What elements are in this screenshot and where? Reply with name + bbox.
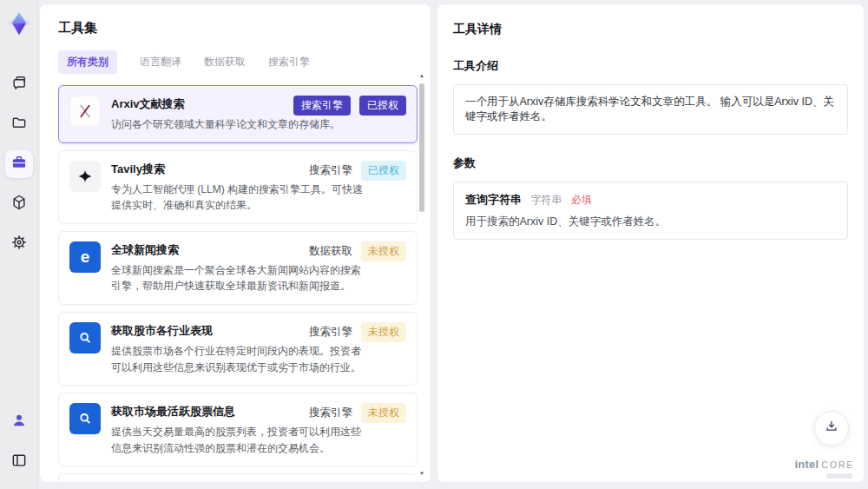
- active-item-highlight: [5, 150, 33, 178]
- category-tabs: 所有类别 语言翻译 数据获取 搜索引擎: [58, 50, 431, 74]
- tool-name: 获取市场最活跃股票信息: [111, 403, 235, 420]
- category-badge: 搜索引擎: [309, 163, 352, 178]
- category-badge: 数据获取: [309, 244, 352, 259]
- tool-list: Arxiv文献搜索 搜索引擎 已授权 访问各个研究领域大量科学论文和文章的存储库…: [58, 85, 418, 483]
- tool-card-tavily[interactable]: Tavily搜索 搜索引擎 已授权 专为人工智能代理 (LLM) 构建的搜索引擎…: [58, 150, 418, 224]
- sidebar-item-settings[interactable]: [0, 224, 38, 264]
- tool-name: 获取股市各行业表现: [111, 322, 213, 339]
- scroll-up-icon[interactable]: [418, 72, 425, 79]
- tool-card-stock-sectors[interactable]: 获取股市各行业表现 搜索引擎 未授权 提供股票市场各个行业在特定时间段内的表现。…: [58, 312, 418, 386]
- tool-description: 提供股票市场各个行业在特定时间段内的表现。投资者可以利用这些信息来识别表现优于或…: [111, 343, 365, 375]
- param-box: 查询字符串 字符串 必填 用于搜索的Arxiv ID、关键字或作者姓名。: [453, 182, 848, 240]
- sparkle-star-icon: [69, 161, 101, 192]
- magnifier-icon: [69, 322, 101, 354]
- gear-icon: [10, 234, 28, 254]
- panel-layout-icon: [10, 452, 28, 472]
- tool-description: 提供当天交易量最高的股票列表，投资者可以利用这些信息来识别流动性强的股票和潜在的…: [111, 424, 365, 456]
- chat-icon: [10, 74, 28, 95]
- category-badge: 搜索引擎: [293, 96, 351, 116]
- param-name: 查询字符串: [465, 193, 522, 206]
- cube-icon: [10, 194, 28, 215]
- tool-card-arxiv[interactable]: Arxiv文献搜索 搜索引擎 已授权 访问各个研究领域大量科学论文和文章的存储库…: [58, 85, 418, 143]
- tab-all-categories[interactable]: 所有类别: [58, 50, 117, 74]
- sidebar-item-collapse[interactable]: [0, 442, 38, 482]
- params-heading: 参数: [453, 155, 848, 171]
- tab-search-engine[interactable]: 搜索引擎: [268, 55, 310, 69]
- tool-card-active-stocks[interactable]: 获取市场最活跃股票信息 搜索引擎 未授权 提供当天交易量最高的股票列表，投资者可…: [58, 393, 418, 466]
- intro-text: 一个用于从Arxiv存储库搜索科学论文和文章的工具。 输入可以是Arxiv ID…: [465, 96, 834, 122]
- auth-badge: 已授权: [361, 161, 406, 181]
- tool-description: 全球新闻搜索是一个聚合全球各大新闻网站内容的搜索引擎，帮助用户快速获取全球最新资…: [111, 262, 365, 294]
- tool-description: 专为人工智能代理 (LLM) 构建的搜索引擎工具。可快速提供实时、准确和真实的结…: [111, 182, 365, 214]
- sidebar-item-chat[interactable]: [0, 64, 38, 104]
- sidebar-item-account[interactable]: [0, 402, 38, 442]
- intro-box: 一个用于从Arxiv存储库搜索科学论文和文章的工具。 输入可以是Arxiv ID…: [453, 84, 848, 135]
- download-icon: [824, 419, 839, 438]
- tool-name: Tavily搜索: [111, 161, 165, 177]
- arxiv-icon: [69, 96, 101, 127]
- scrollbar-thumb[interactable]: [419, 83, 424, 212]
- brand-sub-mark: [826, 473, 852, 479]
- tool-card-regional-news[interactable]: 万维地区新闻查询 搜索引擎 未授权 查询具体行政区划内的新闻，快速了解各地新闻动: [58, 473, 418, 483]
- tab-language-translation[interactable]: 语言翻译: [140, 55, 181, 69]
- magnifier-icon: [69, 403, 101, 434]
- tool-details-panel: 工具详情 工具介绍 一个用于从Arxiv存储库搜索科学论文和文章的工具。 输入可…: [437, 3, 865, 483]
- tool-list-scrollbar[interactable]: [418, 72, 425, 477]
- auth-badge: 未授权: [361, 241, 406, 261]
- tool-name: 全球新闻搜索: [111, 241, 179, 258]
- tab-data-fetch[interactable]: 数据获取: [204, 55, 246, 69]
- category-badge: 搜索引擎: [309, 325, 352, 340]
- param-description: 用于搜索的Arxiv ID、关键字或作者姓名。: [465, 215, 836, 229]
- auth-badge: 已授权: [359, 96, 406, 116]
- intro-heading: 工具介绍: [453, 58, 848, 74]
- toolkit-title: 工具集: [58, 20, 431, 36]
- sidebar-item-files[interactable]: [0, 104, 38, 144]
- tool-description: 访问各个研究领域大量科学论文和文章的存储库。: [111, 116, 365, 133]
- auth-badge: 未授权: [361, 322, 406, 342]
- category-badge: 搜索引擎: [309, 406, 352, 420]
- tool-name: Arxiv文献搜索: [111, 96, 185, 112]
- app-logo-icon: [4, 9, 34, 38]
- folder-icon: [10, 114, 28, 135]
- news-search-icon: e: [69, 241, 101, 273]
- param-required-badge: 必填: [571, 194, 592, 206]
- sidebar: [0, 0, 38, 489]
- tool-card-global-news[interactable]: e 全球新闻搜索 数据获取 未授权 全球新闻搜索是一个聚合全球各大新闻网站内容的…: [58, 231, 418, 305]
- intel-core-logo: intel CORE: [794, 458, 854, 479]
- details-title: 工具详情: [453, 22, 848, 37]
- sidebar-item-tools[interactable]: [0, 144, 38, 184]
- download-button[interactable]: [814, 411, 849, 446]
- auth-badge: 未授权: [361, 403, 406, 423]
- scroll-down-icon[interactable]: [418, 470, 425, 477]
- param-type: 字符串: [530, 194, 562, 206]
- intel-wordmark: intel: [794, 458, 819, 471]
- sidebar-item-packages[interactable]: [0, 184, 38, 224]
- core-wordmark: CORE: [821, 459, 854, 470]
- toolkit-panel: 工具集 所有类别 语言翻译 数据获取 搜索引擎 Arxiv文献搜索: [39, 3, 431, 483]
- user-avatar-icon: [10, 412, 28, 433]
- briefcase-icon: [10, 154, 28, 175]
